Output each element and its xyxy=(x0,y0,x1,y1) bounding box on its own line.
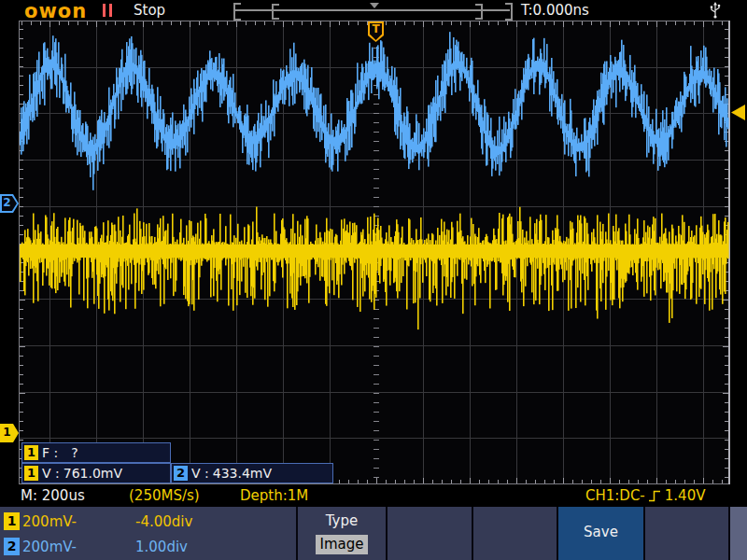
ch1-badge: 1 xyxy=(24,466,38,481)
trigger-position-pointer xyxy=(370,3,379,8)
top-bar: OWON Stop T:0.000ns xyxy=(0,0,747,21)
oscilloscope-screen: OWON Stop T:0.000ns xyxy=(0,0,747,560)
measurement-frequency: 1 F : ? xyxy=(21,442,171,463)
ch1-badge: 1 xyxy=(4,512,20,530)
ch2-position: 1.00div xyxy=(135,539,188,555)
bottom-menu-bar: 1 200mV- -4.00div 2 200mV- 1.00div Type … xyxy=(0,507,747,560)
menu-divider xyxy=(643,507,645,560)
sample-rate-readout: (250MS/s) xyxy=(129,487,200,504)
trigger-status-readout: CH1:DC- 1.40V xyxy=(585,487,705,504)
status-row: M: 200us (250MS/s) Depth:1M CH1:DC- 1.40… xyxy=(0,484,747,507)
menu-side-strip xyxy=(730,507,747,560)
run-state-label: Stop xyxy=(134,2,165,19)
menu-divider xyxy=(472,507,473,560)
rising-edge-icon xyxy=(648,489,662,503)
record-bracket-left xyxy=(233,3,241,21)
ch2-zero-marker[interactable]: 2 xyxy=(0,194,19,213)
window-bracket-right xyxy=(475,4,483,20)
ch2-badge: 2 xyxy=(174,466,188,481)
measurement-ch1-voltage: 1 V : 761.0mV xyxy=(21,463,171,483)
memory-depth-readout: Depth:1M xyxy=(240,487,308,504)
trigger-level-marker[interactable] xyxy=(731,105,745,120)
window-bracket-left xyxy=(272,4,279,20)
ch1-voltage-value: 761.0mV xyxy=(63,466,122,481)
ch1-scale: 200mV- xyxy=(22,513,77,530)
ch2-scale: 200mV- xyxy=(22,539,77,555)
menu-divider xyxy=(386,507,388,560)
measurement-ch2-voltage: 2 V : 433.4mV xyxy=(171,463,333,483)
ch2-badge: 2 xyxy=(4,538,20,555)
type-label: Type xyxy=(298,512,386,529)
ch1-badge: 1 xyxy=(24,445,38,460)
save-label: Save xyxy=(558,524,643,540)
ch2-voltage-value: 433.4mV xyxy=(213,466,272,481)
save-button[interactable]: Save xyxy=(558,507,643,560)
menu-type-cell[interactable]: Type Image xyxy=(298,507,386,560)
ch1-zero-marker[interactable]: 1 xyxy=(0,424,19,442)
trigger-time-readout: T:0.000ns xyxy=(521,2,589,19)
record-bracket-right xyxy=(505,3,513,21)
frequency-value: ? xyxy=(71,445,78,460)
pause-icon xyxy=(101,4,114,17)
trigger-level-value: 1.40V xyxy=(665,487,706,504)
type-value-selected[interactable]: Image xyxy=(316,535,368,554)
owon-logo: OWON xyxy=(24,0,87,22)
timebase-readout: M: 200us xyxy=(21,487,85,504)
waveform-display xyxy=(19,21,730,484)
ch1-position: -4.00div xyxy=(135,513,192,530)
